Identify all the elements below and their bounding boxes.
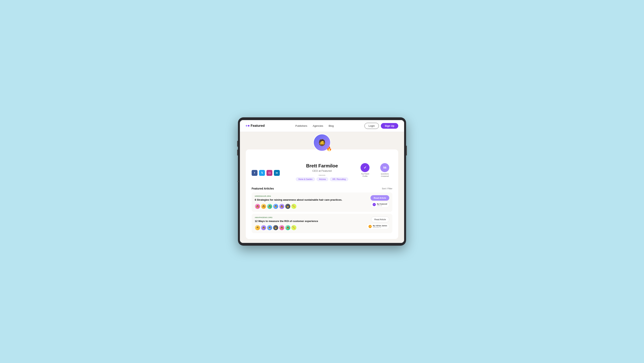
questions-stat: 56 Questions Answered [377,163,392,177]
publisher-info-2: By Adrian James December 02 [373,225,387,228]
publisher-date-1: June 18 [377,205,387,206]
tag-home-garden[interactable]: Home & Garden [296,177,315,181]
article-card-2: AMAPHOENIX.ORG 12 Ways to measure the RO… [252,214,392,233]
contributors-2: 👨 👩 👨 👨 👩 👩 ✏️ [255,225,364,230]
publisher-logo-2: A [368,225,372,228]
top-rated-label: Top Rated Profile [359,173,372,177]
logo-dot-right [248,125,250,127]
articles-header: Featured Articles Sort / Filter [252,187,392,190]
logo[interactable]: Featured [246,124,265,128]
publisher-name-1: By Featured [377,203,387,205]
contributor-pen-1: ✏️ [291,204,296,209]
logo-text: Featured [251,124,265,128]
contributor-6: 👨 [285,204,290,209]
nav-blog[interactable]: Blog [329,124,334,127]
volume-up-button [237,141,238,147]
contributor-2-4: 👨 [273,225,278,230]
avatar-container: 🧔 🔥 [246,132,398,151]
publisher-info-1: By Featured June 18 [377,203,387,206]
tablet-frame: Featured Publishers Agencies Blog Login … [238,117,406,246]
social-links: f 𝕏 ◻ in [252,170,285,176]
publisher-badge-1: F By Featured June 18 [370,202,389,207]
publisher-badge-2: A By Adrian James December 02 [366,224,389,229]
tag-arizona[interactable]: Arizona [316,177,328,181]
questions-label: Questions Answered [377,173,392,177]
nav-agencies[interactable]: Agencies [313,124,323,127]
article-card-1: GREENHAIR.ORG 6 Strategies for raising a… [252,192,392,212]
navigation: Featured Publishers Agencies Blog Login … [240,120,404,132]
instagram-icon[interactable]: ◻ [266,170,272,176]
facebook-icon[interactable]: f [252,170,258,176]
power-button [406,146,407,156]
camera-icon [238,181,239,182]
flame-badge: 🔥 [326,146,332,151]
profile-layout: f 𝕏 ◻ in Brett Farmiloe CEO at Featured … [252,163,392,184]
sort-filter[interactable]: Sort / Filter [382,187,392,190]
contributors-1: 👩 👩 👩 👨 👩 👨 ✏️ [255,204,367,209]
nav-actions: Login Sign Up [364,123,398,129]
profile-stats: ✓ Top Rated Profile 56 Questions Answere… [359,163,392,177]
twitter-icon[interactable]: 𝕏 [259,170,265,176]
contributor-2-3: 👨 [267,225,272,230]
logo-dots [246,125,250,127]
avatar-wrapper: 🧔 🔥 [313,134,331,151]
linkedin-icon[interactable]: in [274,170,280,176]
profile-name: Brett Farmiloe [288,163,356,169]
questions-badge: 56 [380,163,389,172]
contributor-2-5: 👩 [279,225,284,230]
top-rated-stat: ✓ Top Rated Profile [359,163,372,177]
publisher-logo-1: F [373,203,376,206]
contributor-4: 👨 [273,204,278,209]
contributor-2-6: 👩 [285,225,290,230]
article-source-2: AMAPHOENIX.ORG [255,216,364,218]
top-rated-badge: ✓ [360,163,370,172]
contributor-5: 👩 [279,204,284,209]
logo-dot-left [246,125,247,127]
volume-down-button [237,150,238,156]
contributor-2-1: 👨 [255,225,260,230]
articles-title: Featured Articles [252,187,274,190]
profile-section: 🧔 🔥 f 𝕏 ◻ in [240,132,404,243]
contributor-2: 👩 [261,204,266,209]
profile-center: Brett Farmiloe CEO at Featured Interests… [288,163,356,181]
signup-button[interactable]: Sign Up [381,123,398,129]
read-article-button-2[interactable]: Read Article [371,216,389,222]
profile-card: f 𝕏 ◻ in Brett Farmiloe CEO at Featured … [246,149,398,239]
tag-hr-recruiting[interactable]: HR / Recruiting [330,177,348,181]
article-title-1: 6 Strategies for raising awareness about… [255,198,367,202]
nav-links: Publishers Agencies Blog [296,124,334,127]
interests-label: Interests [288,174,356,176]
contributor-pen-2: ✏️ [291,225,296,230]
articles-section: Featured Articles Sort / Filter GREENHAI… [252,184,392,233]
publisher-name-2: By Adrian James [373,225,387,227]
article-info-2: AMAPHOENIX.ORG 12 Ways to measure the RO… [255,216,364,230]
contributor-2-2: 👩 [261,225,266,230]
read-article-button-1[interactable]: Read Article [370,195,389,201]
article-info-1: GREENHAIR.ORG 6 Strategies for raising a… [255,195,367,209]
profile-title: CEO at Featured [288,169,356,172]
article-title-2: 12 Ways to measure the ROI of customer e… [255,219,364,223]
tablet-screen: Featured Publishers Agencies Blog Login … [240,120,404,243]
contributor-1: 👩 [255,204,260,209]
article-actions-1: Read Article F By Featured June 18 [370,195,389,207]
interests-tags: Home & Garden Arizona HR / Recruiting [288,177,356,181]
publisher-date-2: December 02 [373,227,387,228]
article-actions-2: Read Article A By Adrian James December … [366,216,389,229]
login-button[interactable]: Login [364,123,379,129]
nav-publishers[interactable]: Publishers [296,124,307,127]
article-source-1: GREENHAIR.ORG [255,195,367,197]
contributor-3: 👩 [267,204,272,209]
